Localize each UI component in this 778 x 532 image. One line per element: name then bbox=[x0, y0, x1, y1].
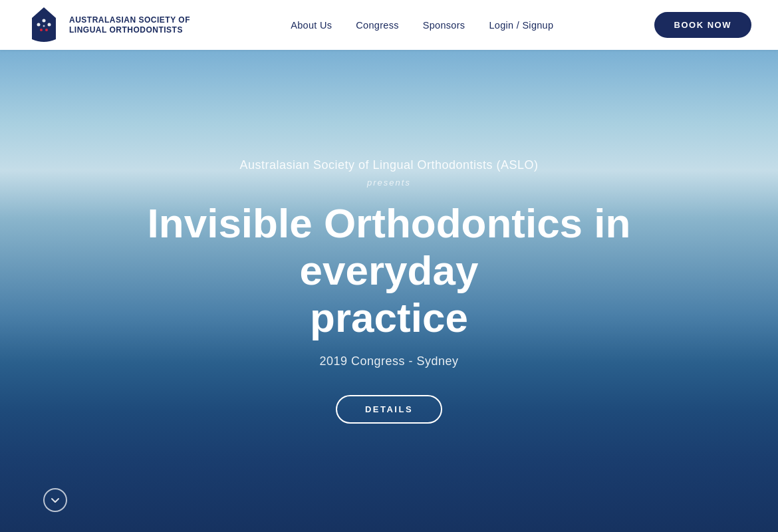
hero-subtitle: 2019 Congress - Sydney bbox=[319, 354, 458, 368]
hero-title: Invisible Orthodontics in everyday pract… bbox=[123, 200, 655, 342]
details-button[interactable]: Details bbox=[336, 395, 442, 424]
header: Australasian Society of Lingual Orthodon… bbox=[0, 0, 778, 50]
nav-about[interactable]: About Us bbox=[291, 20, 332, 31]
book-now-button[interactable]: Book Now bbox=[654, 12, 751, 38]
svg-point-0 bbox=[37, 23, 41, 26]
logo-text: Australasian Society of Lingual Orthodon… bbox=[69, 15, 190, 35]
nav-login[interactable]: Login / Signup bbox=[489, 20, 553, 31]
svg-point-3 bbox=[40, 29, 43, 31]
hero-org-name: Australasian Society of Lingual Orthodon… bbox=[239, 158, 538, 172]
chevron-down-icon bbox=[51, 495, 60, 505]
logo[interactable]: Australasian Society of Lingual Orthodon… bbox=[27, 6, 190, 45]
svg-point-2 bbox=[48, 23, 51, 26]
hero-content: Australasian Society of Lingual Orthodon… bbox=[0, 50, 778, 532]
hero-section: Australasian Society of Lingual Orthodon… bbox=[0, 50, 778, 532]
svg-point-1 bbox=[43, 19, 46, 22]
nav-sponsors[interactable]: Sponsors bbox=[423, 20, 465, 31]
svg-point-5 bbox=[43, 25, 45, 27]
nav-congress[interactable]: Congress bbox=[356, 20, 398, 31]
main-nav: About Us Congress Sponsors Login / Signu… bbox=[291, 20, 553, 31]
svg-point-4 bbox=[45, 29, 48, 31]
logo-icon bbox=[27, 6, 61, 45]
hero-presents: presents bbox=[367, 178, 411, 188]
scroll-down-button[interactable] bbox=[43, 488, 67, 512]
